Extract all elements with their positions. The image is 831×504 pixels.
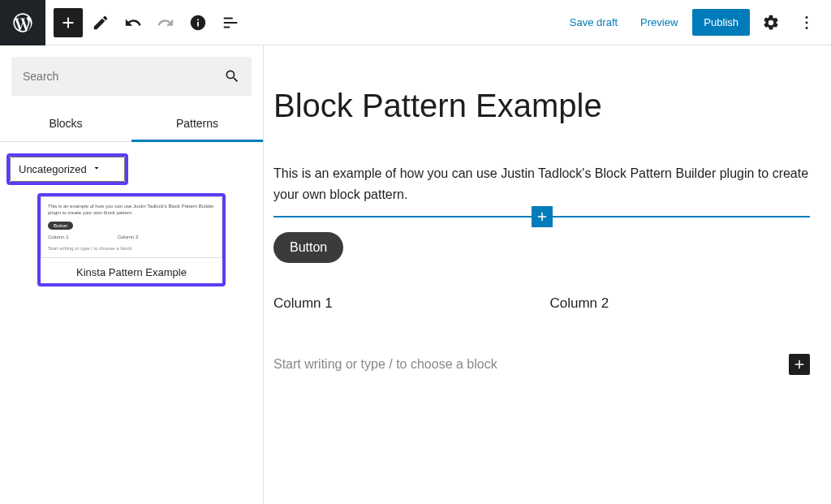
pattern-card-label: Kinsta Pattern Example (41, 258, 222, 283)
column-1[interactable]: Column 1 (273, 295, 534, 312)
more-vertical-icon (798, 14, 816, 32)
toolbar-left-group (54, 8, 245, 37)
gear-icon (762, 14, 780, 32)
publish-button[interactable]: Publish (692, 9, 750, 36)
tab-blocks[interactable]: Blocks (0, 107, 131, 141)
pattern-preview: This is an example of how you can use Ju… (41, 196, 222, 258)
info-button[interactable] (183, 8, 213, 37)
pattern-preview-start: Start writing or type / to choose a bloc… (48, 246, 215, 251)
plus-icon (59, 14, 77, 32)
pattern-category-select[interactable]: Uncategorized (10, 157, 125, 182)
search-input[interactable] (23, 70, 224, 83)
toolbar-right-group: Save draft Preview Publish (562, 8, 831, 37)
pattern-preview-text: This is an example of how you can use Ju… (48, 204, 215, 217)
save-draft-button[interactable]: Save draft (562, 11, 626, 33)
redo-button[interactable] (151, 8, 180, 37)
settings-button[interactable] (756, 8, 786, 37)
search-icon (224, 68, 240, 84)
top-toolbar: Save draft Preview Publish (0, 0, 831, 45)
pattern-preview-button: Button (48, 222, 73, 230)
pencil-icon (92, 14, 110, 32)
pattern-category-label: Uncategorized (19, 163, 87, 175)
tools-button[interactable] (86, 8, 115, 37)
post-title[interactable]: Block Pattern Example (273, 88, 810, 124)
columns-block[interactable]: Column 1 Column 2 (273, 295, 810, 312)
main-area: Blocks Patterns Uncategorized This is an… (0, 45, 831, 504)
wordpress-icon (11, 11, 34, 34)
block-inserter-panel: Blocks Patterns Uncategorized This is an… (0, 45, 264, 504)
wordpress-logo[interactable] (0, 0, 45, 45)
undo-icon (124, 14, 142, 32)
plus-icon (792, 357, 807, 372)
redo-icon (157, 14, 174, 32)
inline-inserter-button[interactable] (532, 206, 553, 227)
inserter-search[interactable] (11, 57, 252, 96)
button-block[interactable]: Button (273, 232, 343, 263)
plus-icon (535, 209, 549, 224)
default-block-appender[interactable]: Start writing or type / to choose a bloc… (273, 357, 789, 372)
svg-point-0 (806, 16, 808, 19)
svg-point-1 (806, 21, 808, 24)
toggle-inserter-button[interactable] (54, 8, 83, 37)
tab-patterns[interactable]: Patterns (131, 107, 263, 142)
preview-button[interactable]: Preview (632, 11, 686, 33)
column-2[interactable]: Column 2 (550, 295, 811, 312)
svg-point-2 (806, 26, 808, 28)
pattern-preview-col2: Column 2 (118, 235, 139, 239)
pattern-card[interactable]: This is an example of how you can use Ju… (41, 196, 222, 283)
list-view-button[interactable] (216, 8, 245, 37)
chevron-down-icon (92, 163, 101, 175)
block-insertion-line (273, 216, 810, 218)
options-button[interactable] (792, 8, 821, 37)
undo-button[interactable] (118, 8, 148, 37)
appender-add-button[interactable] (789, 354, 810, 375)
info-icon (189, 14, 207, 32)
example-paragraph[interactable]: This is an example of how you can use Ju… (273, 163, 810, 205)
pattern-preview-col1: Column 1 (48, 235, 69, 239)
outline-icon (222, 14, 239, 32)
pattern-category-highlight: Uncategorized (6, 153, 128, 185)
default-block-appender-row: Start writing or type / to choose a bloc… (273, 354, 810, 375)
inserter-tabs: Blocks Patterns (0, 107, 263, 142)
editor-canvas[interactable]: Block Pattern Example This is an example… (264, 45, 831, 504)
pattern-card-highlight: This is an example of how you can use Ju… (37, 193, 226, 286)
